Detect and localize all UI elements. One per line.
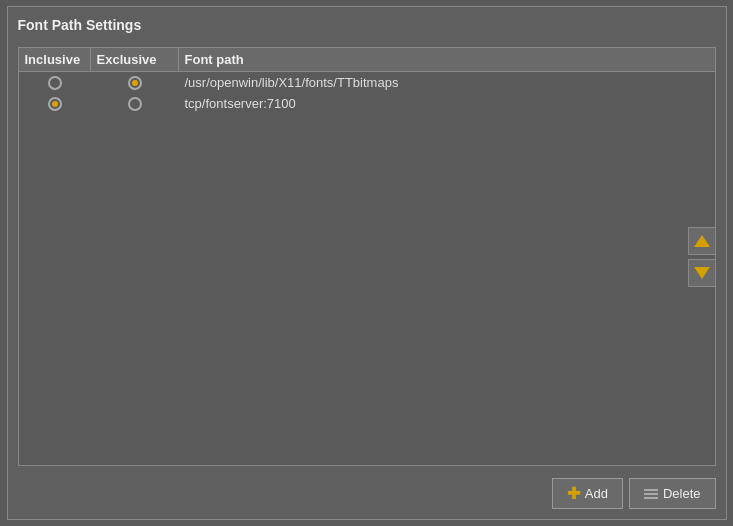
arrow-buttons-container: [688, 227, 716, 287]
radio-inclusive-2[interactable]: [48, 97, 62, 111]
table-row: tcp/fontserver:7100: [19, 93, 715, 114]
add-button-label: Add: [585, 486, 608, 501]
table-body: /usr/openwin/lib/X11/fonts/TTbitmaps tcp…: [19, 72, 715, 465]
col-header-inclusive: Inclusive: [19, 48, 91, 71]
cell-inclusive-2[interactable]: [19, 97, 91, 111]
radio-inner-inclusive-2: [52, 101, 58, 107]
table-header: Inclusive Exclusive Font path: [19, 48, 715, 72]
delete-button-label: Delete: [663, 486, 701, 501]
col-header-fontpath: Font path: [179, 48, 715, 71]
add-button[interactable]: ✚ Add: [552, 478, 623, 509]
cell-exclusive-1[interactable]: [91, 76, 179, 90]
col-header-exclusive: Exclusive: [91, 48, 179, 71]
arrow-down-icon: [694, 267, 710, 279]
radio-exclusive-2[interactable]: [128, 97, 142, 111]
bottom-toolbar: ✚ Add Delete: [18, 474, 716, 509]
radio-exclusive-1[interactable]: [128, 76, 142, 90]
delete-line-2: [644, 493, 658, 495]
delete-lines-icon: [644, 489, 658, 499]
radio-inclusive-1[interactable]: [48, 76, 62, 90]
font-path-settings-dialog: Font Path Settings Inclusive Exclusive F…: [7, 6, 727, 520]
delete-button[interactable]: Delete: [629, 478, 716, 509]
delete-line-1: [644, 489, 658, 491]
cell-exclusive-2[interactable]: [91, 97, 179, 111]
cell-path-2: tcp/fontserver:7100: [179, 96, 715, 111]
radio-inner-exclusive-1: [132, 80, 138, 86]
table-row: /usr/openwin/lib/X11/fonts/TTbitmaps: [19, 72, 715, 93]
add-icon: ✚: [567, 484, 580, 503]
move-down-button[interactable]: [688, 259, 716, 287]
arrow-up-icon: [694, 235, 710, 247]
cell-inclusive-1[interactable]: [19, 76, 91, 90]
cell-path-1: /usr/openwin/lib/X11/fonts/TTbitmaps: [179, 75, 715, 90]
font-path-table: Inclusive Exclusive Font path /usr/openw…: [18, 47, 716, 466]
delete-icon: [644, 489, 658, 499]
delete-line-3: [644, 497, 658, 499]
move-up-button[interactable]: [688, 227, 716, 255]
dialog-title: Font Path Settings: [18, 17, 716, 39]
